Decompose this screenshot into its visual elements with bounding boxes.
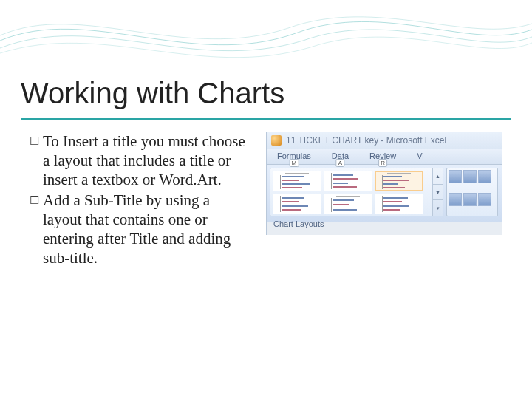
style-swatch[interactable] (449, 193, 462, 206)
title-underline (21, 118, 511, 120)
bullet-marker (30, 132, 43, 189)
bullet-item: To Insert a title you must choose a layo… (30, 132, 251, 189)
ribbon-group-label: Chart Layouts (273, 219, 324, 228)
style-swatch[interactable] (463, 193, 477, 206)
scroll-down-icon[interactable]: ▼ (433, 185, 443, 201)
ribbon-keytip: M (290, 159, 299, 167)
ribbon-tab-data[interactable]: Data A (321, 149, 359, 164)
layout-thumb[interactable] (324, 194, 372, 214)
scroll-up-icon[interactable]: ▲ (433, 168, 443, 185)
style-swatch[interactable] (463, 170, 477, 183)
gallery-scrollbar[interactable]: ▲ ▼ ▾ (432, 168, 443, 216)
style-swatch[interactable] (478, 170, 491, 183)
ribbon-tab-formulas[interactable]: Formulas M (267, 149, 321, 164)
layout-thumb[interactable] (375, 194, 423, 214)
bullet-text: Add a Sub-Title by using a layout that c… (43, 191, 251, 267)
layout-thumb[interactable] (273, 171, 321, 191)
excel-window-title: 11 TICKET CHART key - Microsoft Excel (286, 135, 446, 146)
excel-titlebar: 11 TICKET CHART key - Microsoft Excel (267, 132, 502, 149)
chart-styles-group (446, 168, 498, 216)
slide-decorative-swirl (0, 0, 532, 66)
style-swatch[interactable] (478, 193, 491, 206)
ribbon-tab-label: Vi (417, 151, 424, 160)
gallery-more-icon[interactable]: ▾ (433, 200, 443, 216)
ribbon-tab-view[interactable]: Vi (406, 149, 434, 164)
style-swatch[interactable] (449, 170, 462, 183)
layout-thumb[interactable] (273, 194, 321, 214)
ribbon-tab-review[interactable]: Review R (359, 149, 406, 164)
bullet-text: To Insert a title you must choose a layo… (43, 132, 251, 189)
slide-title: Working with Charts (21, 77, 284, 110)
excel-ribbon: ▲ ▼ ▾ Chart Layouts (267, 165, 502, 222)
bullet-list: To Insert a title you must choose a layo… (30, 132, 251, 269)
layout-thumb[interactable] (324, 171, 372, 191)
layout-thumb-selected[interactable] (375, 171, 423, 191)
bullet-marker (30, 191, 43, 267)
ribbon-keytip: R (378, 159, 387, 167)
bullet-item: Add a Sub-Title by using a layout that c… (30, 191, 251, 267)
ribbon-keytip: A (336, 159, 344, 167)
excel-app-icon (271, 135, 282, 146)
excel-ribbon-tabs: Formulas M Data A Review R Vi (267, 149, 502, 165)
excel-screenshot: 11 TICKET CHART key - Microsoft Excel Fo… (266, 132, 502, 235)
chart-layouts-gallery[interactable]: ▲ ▼ ▾ Chart Layouts (270, 168, 443, 216)
